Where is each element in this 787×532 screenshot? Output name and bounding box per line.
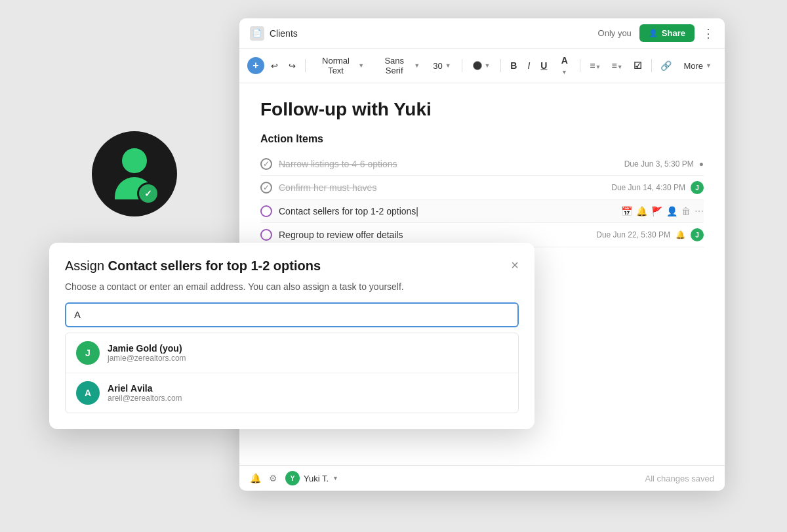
more-label: More [683, 61, 703, 71]
chevron-down-icon-6: ▼ [706, 62, 712, 69]
task-text-4: Regroup to review offer details [279, 230, 590, 240]
toolbar-divider-3 [500, 59, 501, 72]
numbered-list-button[interactable]: ≡▼ [607, 58, 626, 73]
modal-subtitle: Choose a contact or enter an email addre… [65, 281, 519, 292]
link-button[interactable]: 🔗 [656, 58, 676, 73]
search-input-wrapper[interactable] [65, 302, 519, 327]
contact-name-jamie: Jamie Gold (you) [108, 343, 186, 354]
bell-icon[interactable]: 🔔 [636, 206, 647, 216]
contact-email-ariel: areil@zerealtors.com [108, 394, 182, 403]
task-actions-3: 📅 🔔 🚩 👤 🗑 ⋯ [621, 206, 704, 216]
due-date-1: Due Jun 3, 5:30 PM [624, 159, 694, 169]
task-meta-4: Due Jun 22, 5:30 PM 🔔 J [596, 228, 704, 241]
highlight-button[interactable]: A ▼ [554, 52, 575, 79]
visibility-label: Only you [598, 28, 632, 38]
task-text-2: Confirm her must-haves [279, 182, 605, 193]
user-avatar-small: Y [285, 471, 300, 485]
modal-task-name: Contact sellers for top 1-2 options [108, 258, 321, 273]
verified-badge: ✓ [137, 182, 159, 205]
add-button[interactable]: + [247, 57, 264, 74]
title-bar-left: 📄 Clients [250, 26, 298, 41]
text-style-dropdown[interactable]: Normal Text ▼ [311, 53, 369, 78]
user-avatar-circle: ✓ [92, 131, 177, 216]
editor-toolbar: + ↩ ↪ Normal Text ▼ Sans Serif ▼ 30 ▼ ▼ … [239, 49, 725, 83]
settings-icon[interactable]: ⚙ [269, 473, 277, 483]
chevron-down-icon-5: ▼ [561, 69, 567, 75]
contact-item-jamie[interactable]: J Jamie Gold (you) jamie@zerealtors.com [66, 333, 518, 373]
contact-info-jamie: Jamie Gold (you) jamie@zerealtors.com [108, 343, 186, 363]
task-checkbox-1[interactable]: ✓ [260, 158, 272, 170]
contact-list: J Jamie Gold (you) jamie@zerealtors.com … [65, 333, 519, 413]
bullet-list-button[interactable]: ≡▼ [586, 58, 605, 73]
italic-button[interactable]: I [523, 58, 534, 73]
title-bar-right: Only you Share ⋮ [598, 24, 714, 42]
color-picker-button[interactable]: ▼ [468, 58, 496, 73]
assign-modal: Assign Contact sellers for top 1-2 optio… [49, 243, 535, 429]
user-badge[interactable]: Y Yuki T. ▼ [285, 471, 338, 485]
contact-email-jamie: jamie@zerealtors.com [108, 354, 186, 363]
assign-icon[interactable]: 👤 [666, 206, 677, 216]
saved-status: All changes saved [645, 474, 714, 483]
task-row-active: Contact sellers for top 1-2 options| 📅 🔔… [260, 200, 704, 223]
task-text-1: Narrow listings to 4-6 options [279, 159, 618, 169]
bold-button[interactable]: B [506, 58, 521, 73]
task-text-3: Contact sellers for top 1-2 options| [279, 206, 615, 216]
assignee-avatar-2: J [691, 181, 704, 194]
contact-info-ariel: Ariel Avila areil@zerealtors.com [108, 383, 182, 403]
document-title: Clients [270, 28, 298, 39]
modal-title: Assign Contact sellers for top 1-2 optio… [65, 258, 321, 274]
task-checkbox-3[interactable] [260, 205, 272, 217]
calendar-icon[interactable]: 📅 [621, 206, 632, 216]
toolbar-divider-2 [462, 59, 462, 72]
more-options-icon[interactable]: ⋮ [702, 26, 714, 41]
delete-icon[interactable]: 🗑 [681, 206, 691, 216]
chevron-down-icon-4: ▼ [485, 62, 491, 69]
contact-name-ariel: Ariel Avila [108, 383, 182, 394]
task-row: ✓ Narrow listings to 4-6 options Due Jun… [260, 153, 704, 176]
bottom-bar-left: 🔔 ⚙ Y Yuki T. ▼ [250, 471, 338, 485]
bottom-bar: 🔔 ⚙ Y Yuki T. ▼ All changes saved [239, 465, 725, 491]
more-icon[interactable]: ⋯ [695, 206, 704, 216]
font-size-dropdown[interactable]: 30 ▼ [428, 58, 456, 73]
chevron-down-icon: ▼ [358, 62, 364, 69]
task-row: ✓ Confirm her must-haves Due Jun 14, 4:3… [260, 176, 704, 200]
modal-header: Assign Contact sellers for top 1-2 optio… [65, 258, 519, 274]
dot-1: ● [699, 159, 704, 169]
task-meta-2: Due Jun 14, 4:30 PM J [611, 181, 704, 194]
user-name: Yuki T. [304, 474, 329, 483]
chevron-down-icon-2: ▼ [414, 62, 420, 69]
undo-button[interactable]: ↩ [267, 58, 282, 73]
section-heading: Action Items [260, 133, 704, 145]
search-input[interactable] [74, 309, 510, 320]
bell-icon-4: 🔔 [676, 230, 685, 239]
person-head [122, 148, 147, 173]
font-size-label: 30 [433, 61, 442, 71]
color-dot [473, 61, 482, 70]
person-figure: ✓ [115, 148, 154, 199]
flag-icon[interactable]: 🚩 [651, 206, 662, 216]
chevron-down-icon-user: ▼ [333, 475, 338, 481]
underline-button[interactable]: U [536, 58, 551, 73]
font-family-dropdown[interactable]: Sans Serif ▼ [372, 53, 425, 78]
task-meta-1: Due Jun 3, 5:30 PM ● [624, 159, 704, 169]
notification-icon[interactable]: 🔔 [250, 473, 261, 483]
toolbar-divider-4 [580, 59, 580, 72]
share-button[interactable]: Share [639, 24, 695, 42]
contact-avatar-ariel: A [76, 381, 100, 405]
contact-item-ariel[interactable]: A Ariel Avila areil@zerealtors.com [66, 373, 518, 413]
contact-avatar-jamie: J [76, 341, 100, 365]
toolbar-divider-5 [651, 59, 652, 72]
highlight-label: A [561, 55, 568, 66]
more-dropdown[interactable]: More ▼ [678, 58, 717, 73]
chevron-down-icon-3: ▼ [445, 62, 451, 69]
due-date-2: Due Jun 14, 4:30 PM [611, 183, 685, 192]
task-checkbox-2[interactable]: ✓ [260, 182, 272, 194]
text-style-label: Normal Text [316, 56, 355, 75]
due-date-4: Due Jun 22, 5:30 PM [596, 230, 670, 239]
modal-title-prefix: Assign [65, 258, 104, 273]
modal-close-button[interactable]: × [511, 258, 519, 272]
doc-icon: 📄 [250, 26, 264, 41]
redo-button[interactable]: ↪ [285, 58, 300, 73]
task-checkbox-4[interactable] [260, 229, 272, 241]
checklist-button[interactable]: ☑ [630, 58, 646, 73]
